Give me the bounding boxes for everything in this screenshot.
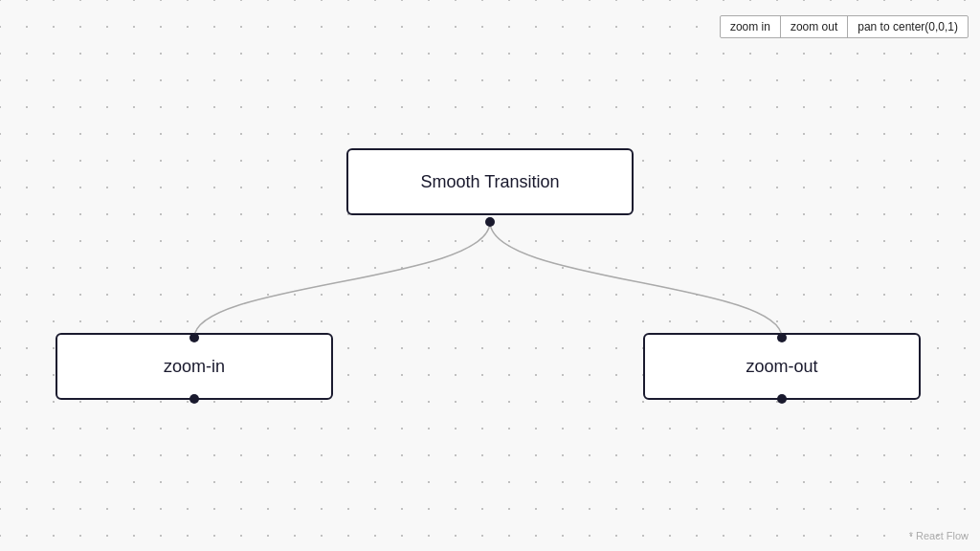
zoom-in-button[interactable]: zoom in — [721, 16, 781, 37]
node-root[interactable]: Smooth Transition — [346, 148, 634, 215]
right-top-dot — [777, 333, 787, 342]
toolbar: zoom in zoom out pan to center(0,0,1) — [720, 15, 969, 38]
zoom-out-button[interactable]: zoom out — [781, 16, 848, 37]
connections-svg — [0, 0, 980, 551]
pan-to-center-button[interactable]: pan to center(0,0,1) — [848, 16, 968, 37]
node-left[interactable]: zoom-in — [56, 333, 333, 400]
node-root-label: Smooth Transition — [420, 172, 559, 192]
flow-canvas: Smooth Transition zoom-in zoom-out — [0, 0, 980, 551]
right-bottom-dot — [777, 394, 787, 404]
react-flow-watermark: * React Flow — [909, 530, 969, 541]
root-bottom-dot — [485, 217, 495, 227]
left-top-dot — [189, 333, 199, 342]
node-left-label: zoom-in — [164, 357, 225, 377]
connection-root-to-right — [490, 222, 782, 338]
node-right[interactable]: zoom-out — [643, 333, 921, 400]
connection-root-to-left — [194, 222, 490, 338]
left-bottom-dot — [189, 394, 199, 404]
node-right-label: zoom-out — [746, 357, 817, 377]
